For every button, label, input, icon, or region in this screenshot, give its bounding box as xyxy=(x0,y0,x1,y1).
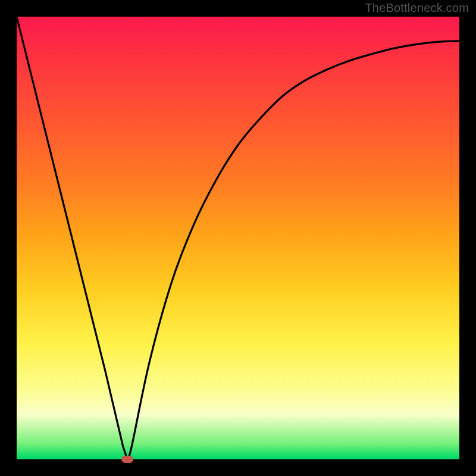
chart-frame: TheBottleneck.com xyxy=(0,0,476,476)
minimum-marker xyxy=(121,456,133,463)
curve-svg xyxy=(17,17,459,459)
bottleneck-curve xyxy=(17,17,459,459)
watermark-text: TheBottleneck.com xyxy=(365,1,469,15)
plot-area xyxy=(17,17,459,459)
